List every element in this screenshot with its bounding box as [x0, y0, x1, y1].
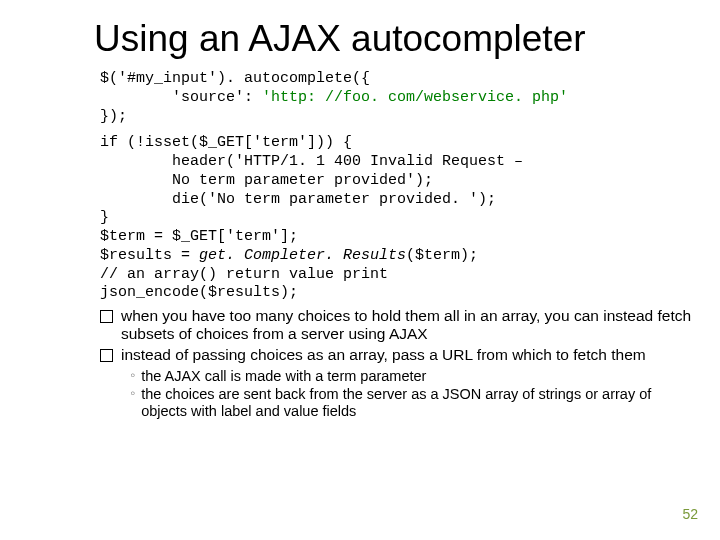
code-line: }); [100, 108, 127, 125]
slide-title: Using an AJAX autocompleter [94, 18, 694, 60]
code-line: 'source': [100, 89, 262, 106]
sub-bullet-item: ◦ the choices are sent back from the ser… [130, 386, 694, 420]
code-line: header('HTTP/1. 1 400 Invalid Request – [100, 153, 523, 170]
circle-bullet-icon: ◦ [130, 368, 135, 384]
square-bullet-icon [100, 310, 113, 323]
square-bullet-icon [100, 349, 113, 362]
page-number: 52 [682, 506, 698, 522]
sub-bullet-text: the AJAX call is made with a term parame… [141, 368, 694, 385]
code-line: die('No term parameter provided. '); [100, 191, 496, 208]
code-line: No term parameter provided'); [100, 172, 433, 189]
code-identifier: get. Completer. Results [199, 247, 406, 264]
code-line: } [100, 209, 109, 226]
circle-bullet-icon: ◦ [130, 386, 135, 402]
sub-bullet-list: ◦ the AJAX call is made with a term para… [130, 368, 694, 420]
code-line: ($term); [406, 247, 478, 264]
sub-bullet-item: ◦ the AJAX call is made with a term para… [130, 368, 694, 385]
code-string: 'http: //foo. com/webservice. php' [262, 89, 568, 106]
bullet-item: instead of passing choices as an array, … [100, 346, 694, 364]
bullet-text: when you have too many choices to hold t… [121, 307, 694, 344]
code-block-js: $('#my_input'). autocomplete({ 'source':… [100, 70, 694, 126]
code-line: $('#my_input'). autocomplete({ [100, 70, 370, 87]
code-block-php: if (!isset($_GET['term'])) { header('HTT… [100, 134, 694, 303]
slide: Using an AJAX autocompleter $('#my_input… [0, 0, 720, 540]
code-line: $term = $_GET['term']; [100, 228, 298, 245]
bullet-text: instead of passing choices as an array, … [121, 346, 694, 364]
code-line: json_encode($results); [100, 284, 298, 301]
sub-bullet-text: the choices are sent back from the serve… [141, 386, 694, 420]
code-line: $results = [100, 247, 199, 264]
bullet-list: when you have too many choices to hold t… [100, 307, 694, 364]
bullet-item: when you have too many choices to hold t… [100, 307, 694, 344]
code-line: if (!isset($_GET['term'])) { [100, 134, 352, 151]
code-comment: // an array() return value print [100, 266, 388, 283]
